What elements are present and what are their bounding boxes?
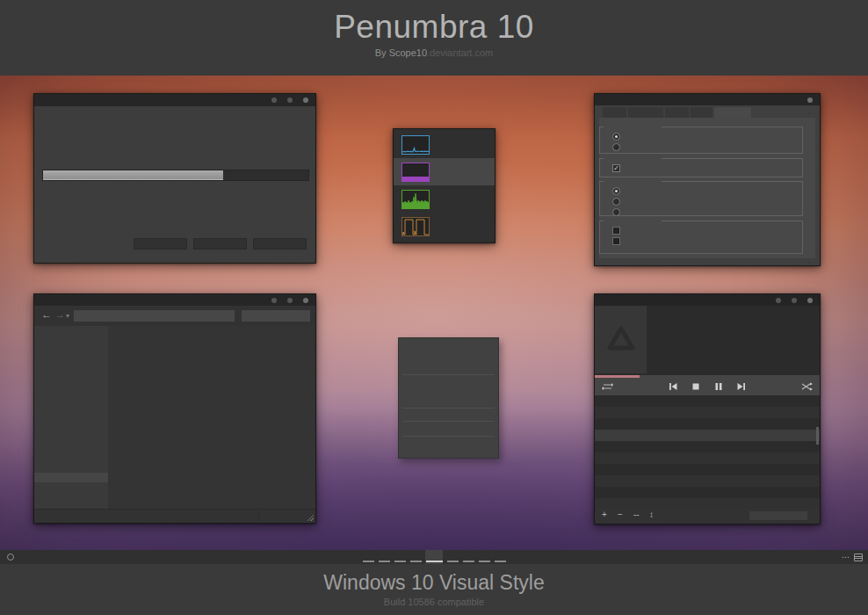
resize-grip[interactable] [307,514,314,521]
close-button[interactable] [807,98,813,103]
tab-2[interactable] [628,107,663,118]
task-button-indicator[interactable] [363,561,374,562]
sidebar-selected-item[interactable] [34,473,108,482]
forward-icon[interactable]: → [54,308,65,321]
pause-icon[interactable] [713,381,724,392]
minimize-button[interactable] [776,298,781,303]
radio-button[interactable] [612,198,620,206]
network-graph-icon [401,190,430,209]
playlist-row[interactable] [595,430,820,441]
group-box-2 [599,158,803,177]
dialog-button-row [134,238,307,250]
address-bar-input[interactable] [74,310,235,322]
window-settings-dialog [594,93,821,266]
tray-overflow-icon[interactable]: ⋯ [842,550,850,564]
playlist-search-box[interactable] [749,511,807,520]
footer-title: Windows 10 Visual Style [0,571,868,595]
add-track-icon[interactable]: + [602,510,607,519]
sort-icon[interactable]: ↕ [649,510,654,519]
system-tray: ⋯ [842,550,863,564]
search-input[interactable] [242,310,310,322]
checkbox[interactable] [612,227,620,235]
minimize-button[interactable] [271,298,277,303]
dialog-button[interactable] [253,238,307,250]
task-button-indicator[interactable] [410,561,422,562]
playlist-scrollbar-thumb[interactable] [816,427,819,445]
task-button-indicator[interactable] [447,561,459,562]
group-box-3 [599,181,803,216]
maximize-button[interactable] [792,298,797,303]
tab-3[interactable] [665,107,689,118]
titlebar[interactable] [34,294,315,306]
close-button[interactable] [807,298,813,303]
playlist[interactable] [595,395,820,510]
task-button-indicator[interactable] [394,561,406,562]
explorer-toolbar: ← → ▾ [34,306,315,326]
titlebar[interactable] [595,94,820,105]
footer: Windows 10 Visual Style Build 10586 comp… [0,564,868,615]
perf-row-disk[interactable] [394,213,495,240]
playlist-row[interactable] [595,475,820,487]
radio-button[interactable] [612,187,620,195]
navigation-sidebar[interactable] [34,326,108,509]
perf-row-network[interactable] [394,185,495,213]
repeat-icon[interactable] [602,381,613,392]
perf-row-memory[interactable] [394,158,495,185]
tab-4[interactable] [691,107,712,118]
task-button-indicator[interactable] [379,561,390,562]
group-box-1 [599,127,803,154]
footer-subtitle: Build 10586 compatible [0,597,868,607]
progress-fill [43,170,223,180]
task-button-indicator[interactable] [479,561,490,562]
titlebar[interactable] [34,94,315,106]
dialog-button[interactable] [193,238,247,250]
maximize-button[interactable] [287,298,293,303]
menu-separator [402,408,495,409]
more-options-icon[interactable]: -- [633,510,640,519]
checkbox[interactable] [612,237,620,245]
remove-track-icon[interactable]: − [618,510,623,519]
taskbar: ⋯ [0,550,868,564]
close-button[interactable] [303,98,308,103]
menu-separator [402,374,495,375]
playlist-row[interactable] [595,418,820,430]
start-button[interactable] [7,554,14,561]
maximize-button[interactable] [287,98,293,103]
dialog-button[interactable] [134,238,187,250]
header: Penumbra 10 By Scope10.deviantart.com [0,0,868,76]
menu-separator [402,421,495,422]
next-icon[interactable] [736,381,747,392]
window-performance-panel [393,128,495,243]
close-button[interactable] [303,298,308,303]
shuffle-icon[interactable] [801,381,813,392]
context-menu[interactable] [398,337,499,459]
task-button-indicator[interactable] [495,561,506,562]
perf-row-cpu[interactable] [394,131,495,158]
player-controls [595,378,820,395]
playlist-row[interactable] [595,452,820,464]
task-button-indicator[interactable] [426,561,443,562]
tab-1[interactable] [603,107,626,118]
playlist-row[interactable] [595,487,820,498]
page-title: Penumbra 10 [0,9,868,46]
radio-button[interactable] [612,208,620,216]
back-icon[interactable]: ← [41,308,52,321]
radio-button[interactable] [612,133,620,141]
task-button-indicator[interactable] [463,561,474,562]
window-media-player: + − -- ↕ [594,293,821,525]
player-status-bar: + − -- ↕ [595,508,820,524]
titlebar[interactable] [595,294,820,306]
chevron-down-icon[interactable]: ▾ [66,312,69,320]
action-center-icon[interactable] [854,554,863,561]
checkbox[interactable] [612,164,620,172]
playlist-row[interactable] [595,395,820,407]
playlist-row[interactable] [595,407,820,418]
previous-icon[interactable] [668,381,678,392]
minimize-button[interactable] [271,98,277,103]
radio-button[interactable] [612,143,620,151]
author-name: Scope10 [389,47,427,58]
playlist-row[interactable] [595,464,820,475]
byline: By Scope10.deviantart.com [0,47,868,58]
playlist-row[interactable] [595,441,820,452]
stop-icon[interactable] [691,381,701,392]
